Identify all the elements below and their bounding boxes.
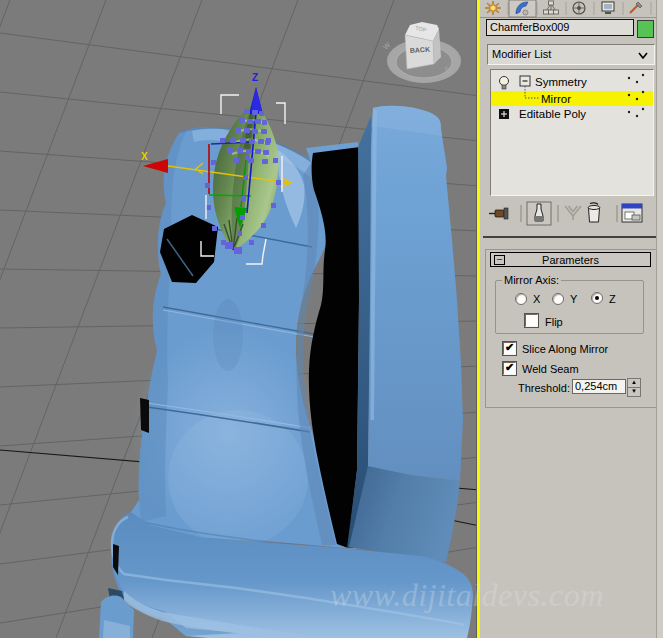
svg-text:Z: Z (252, 72, 258, 83)
svg-text:X: X (141, 151, 148, 162)
svg-text:Symmetry: Symmetry (535, 76, 587, 88)
svg-text:Mirror: Mirror (541, 93, 571, 105)
svg-text:BACK: BACK (410, 46, 431, 54)
svg-text:Editable Poly: Editable Poly (519, 108, 586, 120)
svg-text:N: N (410, 75, 416, 83)
